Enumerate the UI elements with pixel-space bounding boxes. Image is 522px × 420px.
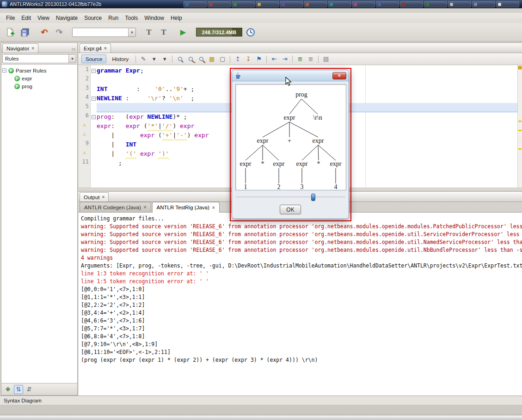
close-icon[interactable]: × (144, 205, 147, 210)
titlebar-tab-0[interactable] (184, 1, 207, 7)
uncomment-button[interactable]: ≣ (306, 55, 315, 64)
memory-indicator[interactable]: 248.7/312.4MB (196, 28, 242, 37)
titlebar-tab-13[interactable] (496, 1, 519, 7)
titlebar-tab-5[interactable] (304, 1, 327, 7)
show-tree-button[interactable]: ❖ (3, 385, 12, 394)
titlebar-tab-12[interactable] (472, 1, 495, 7)
window-title: ANTLRWorks2 20130112-0412fbb77e2b (10, 1, 101, 7)
menu-file[interactable]: File (3, 13, 18, 23)
clean-build-button[interactable]: T (157, 26, 170, 39)
collapse-icon[interactable]: − (2, 68, 6, 73)
titlebar-tab-4[interactable] (280, 1, 303, 7)
close-icon[interactable]: × (31, 46, 34, 51)
toolbar-separator (138, 26, 141, 39)
forward-dropdown-button[interactable]: ▾ (160, 55, 169, 64)
collapse-fold-icon[interactable]: − (92, 69, 96, 73)
output-window-tab[interactable]: Output × (80, 192, 109, 201)
macro-button[interactable]: ▤ (321, 55, 331, 64)
warning-icon: ⚠ (79, 122, 90, 131)
code-token: ( (154, 132, 162, 139)
toggle-highlight-button[interactable]: ▩ (207, 55, 216, 64)
close-icon[interactable]: × (104, 46, 107, 51)
previous-occurrence-button[interactable]: ↥ (233, 55, 242, 64)
navigator-tab[interactable]: Navigator × (2, 43, 38, 53)
tree-node-parser-rules[interactable]: −PParser Rules (2, 67, 76, 74)
select-rectangle-button[interactable]: ▢ (218, 55, 227, 64)
editor-tab-expr-g4[interactable]: Expr.g4 × (80, 43, 111, 53)
find-previous-button[interactable]: ◂ (186, 55, 195, 64)
titlebar-tab-9[interactable] (400, 1, 423, 7)
sort-source-button[interactable]: ⇵ (25, 385, 34, 394)
menu-window[interactable]: Window (141, 13, 167, 23)
collapse-fold-icon[interactable]: − (92, 115, 96, 119)
ok-button[interactable]: OK (280, 205, 301, 214)
find-next-button[interactable]: ▸ (197, 55, 206, 64)
collapse-fold-icon[interactable]: − (92, 97, 96, 101)
menu-tools[interactable]: Tools (122, 13, 141, 23)
configuration-combobox[interactable]: ▾ (72, 28, 136, 37)
titlebar-tab-3[interactable] (256, 1, 279, 7)
redo-button[interactable]: ↷ (53, 26, 66, 39)
titlebar-tab-1[interactable] (208, 1, 231, 7)
output-console[interactable]: Compiling grammar files...warning: Suppo… (79, 213, 522, 396)
tree-node: 4 (334, 183, 338, 190)
minimize-panel-icon[interactable]: ▭ (71, 47, 75, 51)
titlebar-tab-10[interactable] (424, 1, 447, 7)
warning-status-square[interactable] (518, 66, 522, 69)
menu-source[interactable]: Source (81, 13, 105, 23)
shift-right-button[interactable]: ⇥ (280, 55, 289, 64)
status-text: Syntax Diagram (4, 398, 42, 403)
run-button[interactable]: ▶ (177, 26, 190, 39)
warning-tick[interactable] (518, 148, 522, 150)
find-selection-button[interactable] (175, 55, 184, 64)
parser-rule-icon: P (14, 76, 20, 81)
toolbar-separator (230, 55, 230, 63)
output-tab-antlr-codegen-java-[interactable]: ANTLR Codegen (Java)× (80, 202, 151, 212)
warning-tick[interactable] (518, 121, 522, 122)
menu-navigate[interactable]: Navigate (53, 13, 81, 23)
sort-alpha-button[interactable]: ⇅ (14, 385, 23, 394)
output-tab-antlr-testrig-java-[interactable]: ANTLR TestRig (Java)× (152, 202, 220, 213)
parse-tree-dialog[interactable]: × progexpr\r\nexpr+exprexpr*exprexpr*exp… (232, 70, 349, 219)
navigator-filter-row: Rules ▾ (1, 53, 77, 65)
zoom-slider[interactable] (235, 193, 346, 201)
close-icon[interactable]: × (102, 195, 105, 200)
menu-edit[interactable]: Edit (18, 13, 34, 23)
build-button[interactable]: T (142, 26, 155, 39)
titlebar-tab-7[interactable] (352, 1, 375, 7)
sort-alpha-icon: ⇅ (16, 386, 21, 393)
profiler-clock-button[interactable] (244, 26, 257, 39)
menu-help[interactable]: Help (167, 13, 185, 23)
rules-combobox[interactable]: Rules ▾ (2, 54, 76, 63)
next-occurrence-button[interactable]: ↧ (244, 55, 253, 64)
back-dropdown-button[interactable]: ▾ (149, 55, 159, 64)
toolbar-separator (172, 55, 172, 63)
titlebar-tab-2[interactable] (232, 1, 255, 7)
menu-run[interactable]: Run (105, 13, 122, 23)
last-edit-button[interactable]: ✎ (139, 55, 148, 64)
tree-node-expr[interactable]: Pexpr (2, 74, 76, 82)
error-stripe[interactable] (517, 65, 522, 188)
toggle-bookmark-button[interactable]: ⚑ (254, 55, 264, 64)
dialog-close-button[interactable]: × (332, 72, 346, 79)
titlebar-tab-11[interactable] (448, 1, 471, 7)
tree-node-prog[interactable]: Pprog (2, 82, 76, 90)
toolbar-separator (292, 55, 293, 63)
shift-left-button[interactable]: ⇤ (270, 55, 279, 64)
titlebar-tab-8[interactable] (376, 1, 399, 7)
undo-button[interactable]: ↶ (38, 26, 51, 39)
parse-tree-panel[interactable]: progexpr\r\nexpr+exprexpr*exprexpr*expr1… (235, 84, 346, 190)
source-view-button[interactable]: Source (81, 55, 106, 63)
window-titlebar[interactable]: ANTLRWorks2 20130112-0412fbb77e2b (0, 0, 522, 8)
dialog-titlebar[interactable]: × (232, 70, 349, 81)
slider-thumb[interactable] (311, 194, 315, 201)
navigator-panel: Navigator × ▭ Rules ▾ −PParser RulesPexp… (1, 43, 78, 396)
warning-tick[interactable] (518, 130, 522, 131)
titlebar-tab-6[interactable] (328, 1, 351, 7)
save-all-button[interactable] (18, 26, 31, 39)
menu-view[interactable]: View (34, 13, 53, 23)
close-icon[interactable]: × (212, 205, 215, 210)
history-view-button[interactable]: History (108, 55, 133, 63)
comment-button[interactable]: ≣ (295, 55, 305, 64)
new-file-button[interactable] (4, 26, 17, 39)
